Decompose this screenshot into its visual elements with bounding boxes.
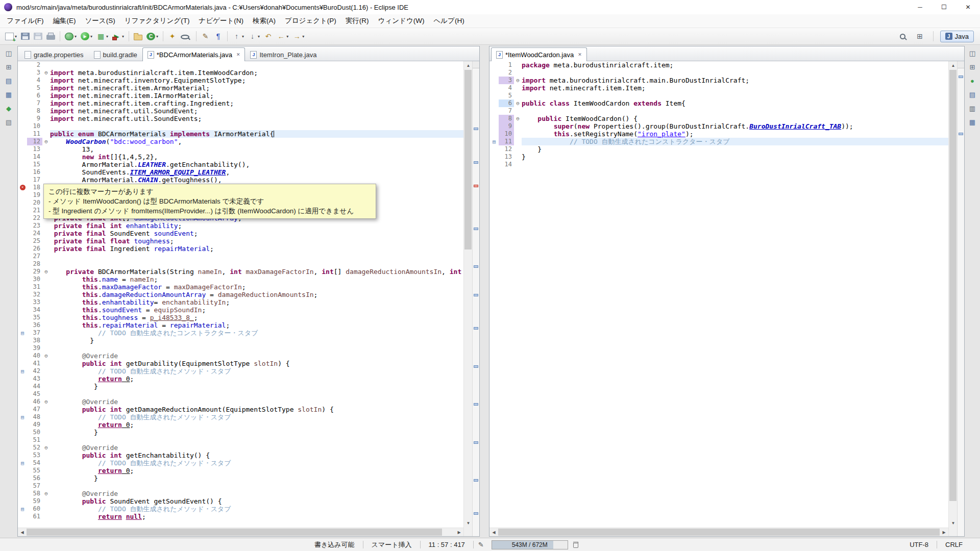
fold-toggle-icon[interactable]: ⊖: [44, 69, 48, 76]
dropdown-arrow-icon[interactable]: ▾: [258, 34, 260, 39]
menu-item[interactable]: ウィンドウ(W): [374, 15, 429, 27]
code-line-text[interactable]: // TODO 自動生成されたコンストラクター・スタブ: [50, 329, 463, 337]
code-line-text[interactable]: // TODO 自動生成されたメソッド・スタブ: [50, 505, 463, 513]
code-line-text[interactable]: import net.minecraft.util.SoundEvents;: [50, 115, 463, 122]
java-perspective-button[interactable]: J Java: [940, 31, 974, 42]
code-line-text[interactable]: public int getEnchantability() {: [50, 452, 463, 459]
code-line-text[interactable]: import net.minecraft.inventory.Equipment…: [50, 77, 463, 84]
code-line-text[interactable]: [522, 161, 948, 168]
new-java-class-button[interactable]: C▾: [145, 30, 160, 43]
editor-split-sash[interactable]: [480, 46, 489, 537]
horizontal-scrollbar[interactable]: ◀▶: [489, 528, 948, 536]
code-line-text[interactable]: }: [522, 145, 948, 153]
code-line-text[interactable]: private final SoundEvent soundEvent;: [50, 230, 463, 237]
scroll-right-button[interactable]: ▶: [940, 528, 948, 537]
save-button[interactable]: [19, 30, 31, 43]
code-line-text[interactable]: import meta.burodustinrialcraft.item.Ite…: [50, 69, 463, 77]
code-line-text[interactable]: }: [522, 153, 948, 161]
restore-minimized-views[interactable]: ◫: [3, 48, 14, 58]
code-line-text[interactable]: this.maxDamageFactor = maxDamageFactorIn…: [50, 283, 463, 291]
code-line-text[interactable]: }: [50, 474, 463, 482]
editor-tab[interactable]: gradle.properties: [19, 47, 89, 61]
task-marker-icon[interactable]: ▤: [21, 506, 24, 512]
horizontal-scrollbar-thumb[interactable]: [27, 529, 442, 536]
code-line-text[interactable]: }: [50, 337, 463, 344]
code-line-text[interactable]: [50, 390, 463, 398]
next-annotation-button[interactable]: ↓▾: [247, 30, 261, 43]
previous-annotation-button[interactable]: ↑▾: [231, 30, 246, 43]
overview-marker-blue[interactable]: [474, 479, 478, 482]
run-external-tools-button[interactable]: ▶▾: [111, 30, 126, 43]
fold-toggle-icon[interactable]: ⊖: [516, 77, 520, 84]
code-line-text[interactable]: [50, 482, 463, 490]
maximize-button[interactable]: ☐: [932, 0, 956, 14]
code-line-text[interactable]: private final int enhantability;: [50, 222, 463, 230]
print-button[interactable]: [45, 30, 57, 43]
code-line-text[interactable]: 13,: [50, 145, 463, 153]
editor-tab[interactable]: JItemIron_Plate.java: [245, 47, 322, 61]
vertical-scrollbar-thumb[interactable]: [464, 70, 472, 249]
task-marker-icon[interactable]: ▤: [493, 139, 496, 145]
code-line-text[interactable]: this.enhantability= enchantabilityIn;: [50, 298, 463, 306]
scroll-up-button[interactable]: ▲: [949, 61, 958, 70]
code-line-text[interactable]: [50, 260, 463, 268]
code-line-text[interactable]: [522, 107, 948, 115]
code-line-text[interactable]: return 0;: [50, 375, 463, 383]
error-marker-icon[interactable]: ✕: [20, 185, 26, 190]
run-button[interactable]: ▶▾: [79, 30, 94, 43]
dropdown-arrow-icon[interactable]: ▾: [302, 34, 304, 39]
code-line-text[interactable]: return 0;: [50, 421, 463, 429]
scroll-down-button[interactable]: ▼: [949, 519, 958, 528]
save-all-button[interactable]: [32, 30, 44, 43]
code-line-text[interactable]: [50, 122, 463, 130]
task-marker-icon[interactable]: ▤: [21, 368, 24, 374]
code-line-text[interactable]: import net.minecraft.util.SoundEvent;: [50, 107, 463, 115]
code-line-text[interactable]: }: [50, 383, 463, 390]
code-line-text[interactable]: }: [50, 429, 463, 436]
menu-item[interactable]: リファクタリング(T): [120, 15, 194, 27]
forward-button[interactable]: →▾: [291, 30, 306, 43]
close-button[interactable]: ✕: [956, 0, 980, 14]
menu-item[interactable]: ソース(S): [81, 15, 120, 27]
dropdown-arrow-icon[interactable]: ▾: [90, 34, 92, 39]
dropdown-arrow-icon[interactable]: ▾: [286, 34, 288, 39]
overview-marker-blue[interactable]: [474, 228, 478, 230]
editor-tab[interactable]: build.gradle: [89, 47, 142, 61]
code-line-text[interactable]: return null;: [50, 513, 463, 520]
outline-shortcut[interactable]: ▤: [967, 90, 978, 99]
fold-toggle-icon[interactable]: ⊖: [44, 268, 48, 275]
open-view-shortcut[interactable]: ⊞: [967, 62, 978, 71]
fold-toggle-icon[interactable]: ⊖: [516, 115, 520, 122]
dropdown-arrow-icon[interactable]: ▾: [242, 34, 244, 39]
code-line-text[interactable]: new int[]{1,4,5,2},: [50, 153, 463, 161]
tab-close-icon[interactable]: ✕: [578, 52, 582, 57]
dropdown-arrow-icon[interactable]: ▾: [75, 34, 77, 39]
overview-marker-blue[interactable]: [959, 133, 963, 135]
code-line-text[interactable]: [50, 344, 463, 352]
new-wizard-button[interactable]: ▾: [4, 30, 18, 43]
code-text-area[interactable]: 23⊖import meta.burodustinrialcraft.item.…: [18, 61, 463, 528]
fold-toggle-icon[interactable]: ⊖: [44, 398, 48, 405]
problems-shortcut[interactable]: ▥: [967, 104, 978, 113]
code-line-text[interactable]: private BDCArmorMaterials(String nameIn,…: [50, 268, 463, 276]
overview-ruler-header[interactable]: [958, 61, 964, 68]
code-line-text[interactable]: ArmorMaterial.CHAIN.getToughness(),: [50, 176, 463, 184]
last-edit-location-button[interactable]: ↶: [262, 30, 274, 43]
overview-marker-blue[interactable]: [474, 161, 478, 164]
code-line-text[interactable]: this.soundEvent = equipSoundIn;: [50, 306, 463, 314]
menu-item[interactable]: プロジェクト(P): [280, 15, 341, 27]
overview-marker-blue[interactable]: [474, 265, 478, 268]
scroll-up-button[interactable]: ▲: [464, 61, 473, 70]
restore-minimized-views[interactable]: ◫: [967, 48, 978, 58]
overview-marker-blue[interactable]: [474, 512, 478, 515]
scroll-left-button[interactable]: ◀: [18, 528, 27, 537]
task-marker-icon[interactable]: ▤: [21, 330, 24, 336]
back-button[interactable]: ←▾: [275, 30, 290, 43]
overview-marker-blue[interactable]: [474, 365, 478, 368]
fold-toggle-icon[interactable]: ⊖: [44, 444, 48, 451]
open-type-button[interactable]: [179, 30, 193, 43]
console-shortcut[interactable]: ●: [967, 76, 978, 85]
overview-marker-blue[interactable]: [474, 327, 478, 330]
code-line-text[interactable]: package meta.burodustinrialcraft.item;: [522, 61, 948, 69]
code-line-text[interactable]: import meta.burodustinrialcraft.main.Bur…: [522, 77, 948, 84]
